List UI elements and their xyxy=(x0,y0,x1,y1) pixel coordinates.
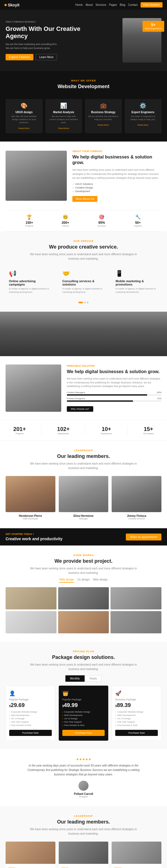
about-btn[interactable]: More About Us xyxy=(72,196,98,202)
progress-fill-2 xyxy=(67,400,133,402)
cc-desc-3: A Leader of agency, in digital business … xyxy=(115,287,158,294)
cta-subtitle: GET STARTED TODAY ! xyxy=(5,533,63,535)
counter-award: 15+ Our Award xyxy=(143,426,154,435)
project-tab-2[interactable]: Ux design xyxy=(77,578,90,583)
cc-title-1: Online advertising campaigns xyxy=(9,279,52,286)
services-grid: 🎨 UI/UX design We offer the best website… xyxy=(0,95,167,142)
testi-text: In the year working days years of succes… xyxy=(25,764,142,777)
printable-desc: We have been working since years to unde… xyxy=(67,377,161,389)
counter-label-2: Satisfaction xyxy=(57,432,69,435)
service-link-4[interactable]: Read More xyxy=(138,124,149,126)
logo-dot xyxy=(4,4,7,6)
stat-label-2: Clients xyxy=(61,225,69,227)
about-point-3: Development xyxy=(72,190,161,193)
pricing-yearly-btn[interactable]: Yearly xyxy=(85,675,102,682)
stat-3: 🎯 95% Success xyxy=(98,214,106,227)
cta-button[interactable]: Make an appointment xyxy=(126,533,161,540)
creative-cards: 📢 Online advertising campaigns A Leader … xyxy=(5,267,161,297)
progress-bar-2: Product Designers 70% xyxy=(67,397,161,402)
project-item-4[interactable] xyxy=(5,611,56,633)
blog-tag: LEADERSHIP xyxy=(5,815,161,817)
testimonial-section: ★★★★★ In the year working days years of … xyxy=(0,749,167,806)
hero-buttons: Explore Features Learn More xyxy=(5,54,91,60)
pricing-plan-2: Popular Package xyxy=(62,698,105,701)
team-role-2: Manager xyxy=(59,518,109,520)
counter-section: 201+ Projects 102+ Satisfaction 10+ Expe… xyxy=(0,420,167,441)
service-icon-4: ⚙️ xyxy=(128,102,158,109)
dot-1[interactable] xyxy=(79,302,83,303)
service-link-2[interactable]: Read More xyxy=(58,127,69,130)
pricing-section: PRICING PLAN Package design solutions. W… xyxy=(0,642,167,749)
pricing-feature-2-5: Free Domain & Host xyxy=(62,724,105,726)
project-tabs: Web design Ux design Web design xyxy=(5,578,161,583)
printable-btn[interactable]: Why choose us? xyxy=(67,406,93,412)
service-title-2: Market Analysis xyxy=(49,111,79,114)
nav-blog[interactable]: Blog xyxy=(120,3,125,6)
project-tab-3[interactable]: Web design xyxy=(93,578,108,583)
hero-subtitle: Start A Fabulous Business ! xyxy=(5,20,91,23)
hero-description: We are the best marketing and consulting… xyxy=(5,42,91,50)
dot-3[interactable] xyxy=(87,302,88,303)
service-icon-2: 📊 xyxy=(49,102,79,109)
project-item-6[interactable] xyxy=(111,611,161,633)
nav-pages[interactable]: Pages xyxy=(109,3,117,6)
nav-links: Home About Services Pages Blog Contact F… xyxy=(75,2,163,7)
project-tab-1[interactable]: Web design xyxy=(59,578,74,583)
hero-primary-button[interactable]: Explore Features xyxy=(5,54,33,60)
creative-card-2: 🤝 Consulting services & solutions A Lead… xyxy=(59,267,108,297)
printable-image xyxy=(5,365,61,412)
testi-role: Designer xyxy=(5,796,161,798)
cc-title-2: Consulting services & solutions xyxy=(62,279,105,286)
team-desc: We have been working since years to unde… xyxy=(28,462,139,470)
project-item-3[interactable] xyxy=(111,587,161,610)
creative-section: OUR SERVICE We produce creative service.… xyxy=(0,231,167,312)
team-photo-2 xyxy=(59,476,109,512)
nav-contact[interactable]: Contact xyxy=(128,3,138,6)
project-item-1[interactable] xyxy=(5,587,56,610)
carousel-dots xyxy=(5,302,161,303)
pricing-btn-1[interactable]: Purchase Now xyxy=(9,730,52,736)
project-item-2[interactable] xyxy=(58,587,109,610)
webdev-tag: WHAT WE OFFER xyxy=(5,79,161,82)
team-member-2: Elisa Hermione Manager xyxy=(59,476,109,520)
service-icon-1: 🎨 xyxy=(9,102,39,109)
printable-tag: PRINTABLE SOLUTION xyxy=(67,365,161,367)
nav-home[interactable]: Home xyxy=(75,3,83,6)
about-desc: We have been working since years to unde… xyxy=(72,168,161,180)
pricing-feature-3-1: Corporate Website Design xyxy=(115,711,158,713)
service-card-2: 📊 Market Analysis We are here to help wi… xyxy=(45,99,82,133)
logo: Skoyit xyxy=(4,3,20,7)
pricing-btn-2[interactable]: Purchase Now xyxy=(62,730,105,736)
pricing-amount-2: $49.99 xyxy=(62,702,105,708)
nav-about[interactable]: About xyxy=(85,3,93,6)
service-card-4: ⚙️ Expert Engineers Our team of engineer… xyxy=(125,99,162,133)
pricing-monthly-btn[interactable]: Monthly xyxy=(65,675,85,682)
blog-card-3: Design For brands tips to achieve the ef… xyxy=(112,842,161,868)
blog-tag-1: Design xyxy=(8,867,53,868)
service-desc-2: We are here to help with correct analysi… xyxy=(49,115,79,124)
hero-outline-button[interactable]: Learn More xyxy=(36,54,57,60)
progress-track-2 xyxy=(67,400,161,402)
printable-title: We help digital businesses & solution gr… xyxy=(67,369,161,375)
progress-track-1 xyxy=(67,394,161,396)
counter-satisfaction: 102+ Satisfaction xyxy=(57,426,69,435)
service-link-3[interactable]: Read More xyxy=(98,124,109,126)
dot-2[interactable] xyxy=(84,302,86,303)
pricing-feature-1-3: UX UI Design xyxy=(9,717,52,720)
pricing-feature-2-2: Web Development xyxy=(62,714,105,716)
webdev-title: Website Development xyxy=(5,84,161,90)
blog-card-1: Design Efforts public string for brands … xyxy=(5,842,55,868)
pricing-amount-1: $29.69 xyxy=(9,702,52,708)
nav-cta-button[interactable]: Free Solution xyxy=(141,2,163,7)
progress-bar-1: Content Managers 85% xyxy=(67,391,161,396)
team-photo-3 xyxy=(112,476,161,512)
pricing-btn-3[interactable]: Purchase Now xyxy=(115,730,158,736)
team-title: Our leading members. xyxy=(5,454,161,459)
printable-section: PRINTABLE SOLUTION We help digital busin… xyxy=(0,356,167,420)
project-item-5[interactable] xyxy=(58,611,109,633)
about-title: We help digital businesses & solution gr… xyxy=(72,154,161,166)
counter-label-4: Our Award xyxy=(143,432,154,435)
service-link-1[interactable]: Read More xyxy=(18,127,29,130)
nav-services[interactable]: Services xyxy=(95,3,106,6)
cc-desc-1: A Leader of agency, in digital business … xyxy=(9,287,52,294)
